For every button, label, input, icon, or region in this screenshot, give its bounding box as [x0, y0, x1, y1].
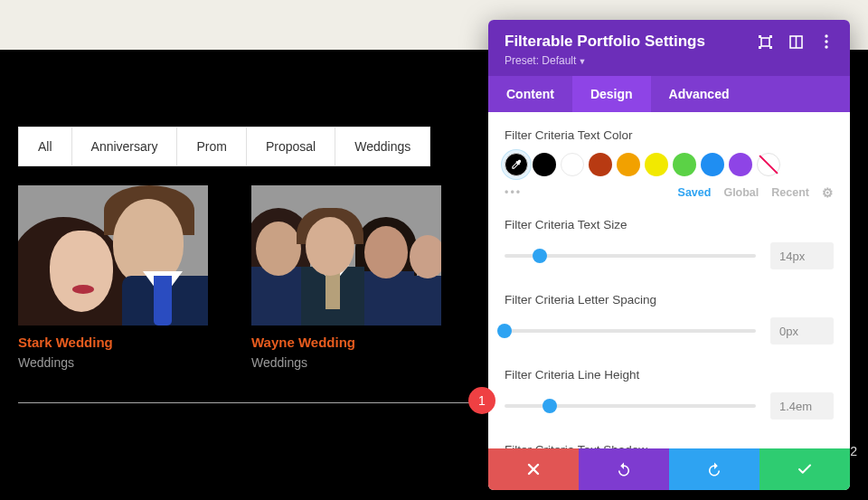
portfolio-filter-bar: All Anniversary Prom Proposal Weddings [18, 127, 430, 166]
section-label-line-height: Filter Criteria Line Height [505, 368, 834, 382]
expand-icon[interactable] [758, 34, 772, 49]
undo-button[interactable] [579, 448, 669, 490]
cancel-button[interactable] [488, 448, 579, 490]
color-swatch[interactable] [533, 153, 556, 176]
svg-rect-3 [759, 46, 761, 49]
filter-tab-prom[interactable]: Prom [177, 127, 246, 165]
filter-tab-anniversary[interactable]: Anniversary [72, 127, 178, 165]
slider-knob[interactable] [533, 249, 547, 263]
tab-design[interactable]: Design [572, 76, 651, 112]
portfolio-card-title[interactable]: Wayne Wedding [251, 335, 441, 350]
panel-tabs: Content Design Advanced [488, 76, 850, 112]
portfolio-card-category[interactable]: Weddings [251, 355, 441, 370]
portfolio-card[interactable]: Wayne Wedding Weddings [251, 185, 441, 370]
line-height-value[interactable]: 1.4em [770, 392, 834, 420]
text-size-slider[interactable] [505, 254, 756, 258]
svg-point-8 [825, 40, 827, 42]
svg-point-9 [825, 45, 827, 48]
color-swatch[interactable] [617, 153, 640, 176]
color-swatch[interactable] [589, 153, 612, 176]
text-size-value[interactable]: 14px [770, 242, 834, 269]
section-label-text-size: Filter Criteria Text Size [505, 218, 834, 231]
svg-point-7 [825, 34, 827, 37]
slider-knob[interactable] [542, 399, 557, 413]
filter-tab-weddings[interactable]: Weddings [335, 127, 429, 165]
line-height-slider[interactable] [505, 404, 756, 408]
color-swatches [505, 153, 834, 176]
preset-label: Preset: Default [505, 54, 576, 67]
recent-colors-tab[interactable]: Recent [771, 186, 809, 199]
kebab-menu-icon[interactable] [819, 34, 834, 49]
page-number: 2 [850, 444, 857, 458]
eyedropper-button[interactable] [505, 153, 528, 176]
more-options-icon[interactable]: ••• [505, 186, 522, 199]
preset-dropdown[interactable]: Preset: Default▼ [505, 54, 834, 67]
svg-rect-1 [759, 35, 761, 38]
portfolio-divider [18, 402, 470, 403]
color-swatch[interactable] [561, 153, 584, 176]
section-label-text-color: Filter Criteria Text Color [505, 128, 834, 142]
slider-knob[interactable] [497, 324, 512, 338]
portfolio-card[interactable]: Stark Wedding Weddings [18, 185, 208, 370]
letter-spacing-value[interactable]: 0px [770, 317, 834, 344]
tab-content[interactable]: Content [488, 76, 572, 112]
redo-button[interactable] [669, 448, 760, 490]
svg-rect-0 [761, 38, 769, 46]
portfolio-cards: Stark Wedding Weddings Wayne Wedding Wed… [18, 185, 441, 370]
chevron-down-icon: ▼ [578, 57, 586, 66]
letter-spacing-slider[interactable] [505, 329, 756, 333]
portfolio-thumbnail [251, 185, 441, 325]
save-button[interactable] [760, 448, 850, 490]
global-colors-tab[interactable]: Global [723, 186, 759, 199]
saved-colors-tab[interactable]: Saved [678, 186, 712, 199]
filter-tab-proposal[interactable]: Proposal [247, 127, 335, 165]
tab-advanced[interactable]: Advanced [651, 76, 748, 112]
step-badge: 1 [468, 387, 495, 414]
color-swatch[interactable] [729, 153, 752, 176]
panel-footer [488, 448, 850, 490]
panel-body: Filter Criteria Text Color ••• Saved Glo… [488, 112, 850, 448]
color-swatch[interactable] [673, 153, 696, 176]
svg-rect-2 [769, 35, 772, 38]
panel-header[interactable]: Filterable Portfolio Settings Preset: De… [488, 20, 850, 76]
panel-title: Filterable Portfolio Settings [505, 33, 705, 51]
color-swatch[interactable] [701, 153, 724, 176]
color-swatch[interactable] [645, 153, 668, 176]
filter-tab-all[interactable]: All [19, 127, 72, 165]
portfolio-thumbnail [18, 185, 208, 325]
settings-panel: Filterable Portfolio Settings Preset: De… [488, 20, 850, 490]
section-label-letter-spacing: Filter Criteria Letter Spacing [505, 293, 834, 307]
gear-icon[interactable]: ⚙ [822, 185, 834, 200]
svg-rect-4 [769, 46, 772, 49]
panel-layout-icon[interactable] [788, 34, 803, 49]
portfolio-card-category[interactable]: Weddings [18, 355, 208, 370]
portfolio-card-title[interactable]: Stark Wedding [18, 335, 208, 350]
color-swatch-none[interactable] [757, 153, 780, 176]
